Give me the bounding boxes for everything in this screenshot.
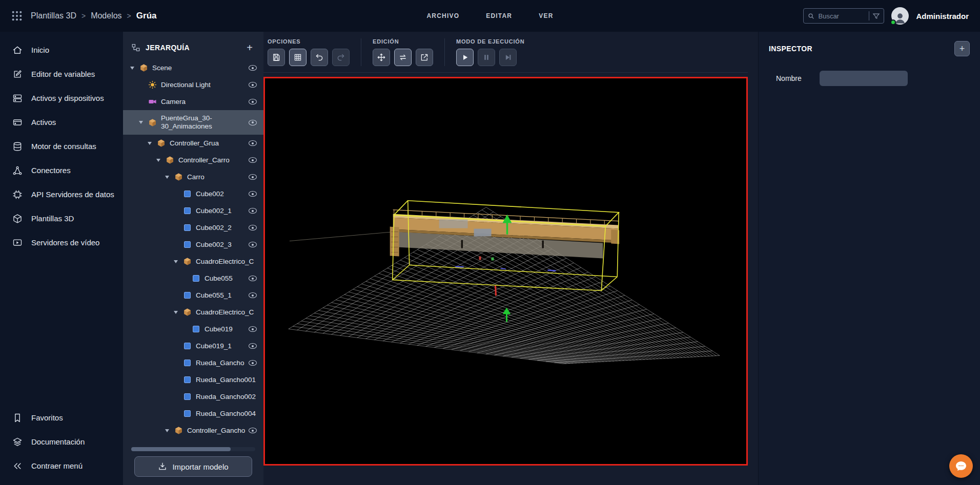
breadcrumb-modelos[interactable]: Modelos bbox=[91, 11, 121, 20]
collapse-icon bbox=[12, 461, 23, 471]
eye-icon[interactable] bbox=[248, 275, 257, 283]
tree-node[interactable]: Rueda_Gancho bbox=[123, 354, 263, 371]
swap-arrows-icon bbox=[398, 53, 407, 62]
sidebar-item-api-servidores-de-datos[interactable]: API Servidores de datos bbox=[0, 182, 123, 206]
search-icon bbox=[807, 12, 815, 20]
search-input[interactable] bbox=[818, 12, 866, 20]
eye-icon[interactable] bbox=[248, 190, 257, 198]
eye-icon[interactable] bbox=[248, 342, 257, 350]
eye-icon[interactable] bbox=[248, 359, 257, 367]
grid-icon bbox=[293, 53, 302, 62]
mesh-icon bbox=[184, 410, 191, 417]
eye-icon[interactable] bbox=[248, 173, 257, 181]
caret-down-icon[interactable] bbox=[148, 142, 156, 145]
caret-down-icon[interactable] bbox=[174, 311, 182, 314]
viewport-3d[interactable] bbox=[263, 77, 748, 466]
pause-button[interactable] bbox=[478, 49, 495, 66]
step-forward-button[interactable] bbox=[499, 49, 517, 66]
grid-toggle-button[interactable] bbox=[289, 49, 307, 66]
undo-button[interactable] bbox=[311, 49, 328, 66]
save-button[interactable] bbox=[268, 49, 285, 66]
tree-node[interactable]: Cube019_1 bbox=[123, 338, 263, 354]
eye-icon[interactable] bbox=[248, 241, 257, 249]
apps-grid-icon[interactable] bbox=[11, 10, 23, 22]
sidebar-item-plantillas-3d[interactable]: Plantillas 3D bbox=[0, 206, 123, 230]
breadcrumb-plantillas-3d[interactable]: Plantillas 3D bbox=[31, 11, 76, 20]
caret-down-icon[interactable] bbox=[165, 429, 173, 432]
tree-node[interactable]: Controller_Gancho bbox=[123, 422, 263, 439]
rotate-tool-button[interactable] bbox=[394, 49, 412, 66]
nombre-input[interactable] bbox=[820, 71, 908, 86]
eye-icon[interactable] bbox=[248, 224, 257, 232]
tree-node[interactable]: Camera bbox=[123, 93, 263, 110]
tree-node[interactable]: Rueda_Gancho002 bbox=[123, 388, 263, 405]
eye-icon[interactable] bbox=[248, 325, 257, 333]
tree-node[interactable]: Rueda_Gancho001 bbox=[123, 371, 263, 388]
sidebar-item-editor-de-variables[interactable]: Editor de variables bbox=[0, 62, 123, 86]
eye-icon[interactable] bbox=[248, 118, 257, 126]
caret-down-icon[interactable] bbox=[174, 260, 182, 263]
toolbar-group-opciones: OPCIONES bbox=[268, 38, 361, 66]
eye-icon[interactable] bbox=[248, 427, 257, 435]
tree-node[interactable]: Cube002_1 bbox=[123, 202, 263, 219]
tree-node[interactable]: Controller_Grua bbox=[123, 135, 263, 152]
eye-icon[interactable] bbox=[248, 291, 257, 300]
sidebar-item-motor-de-consultas[interactable]: Motor de consultas bbox=[0, 134, 123, 158]
eye-icon[interactable] bbox=[248, 64, 257, 72]
tree-node[interactable]: Rueda_Gancho004 bbox=[123, 405, 263, 422]
eye-icon[interactable] bbox=[248, 139, 257, 147]
tree-node[interactable]: Controller_Carro bbox=[123, 152, 263, 168]
avatar[interactable] bbox=[891, 7, 909, 25]
menu-archivo[interactable]: ARCHIVO bbox=[426, 12, 459, 19]
mesh-icon bbox=[193, 275, 199, 282]
search-box[interactable] bbox=[803, 8, 884, 24]
sidebar-item-activos-y-dispositivos[interactable]: Activos y dispositivos bbox=[0, 86, 123, 110]
tree-node[interactable]: Directional Light bbox=[123, 76, 263, 93]
tree-node[interactable]: Cube055 bbox=[123, 270, 263, 287]
eye-icon[interactable] bbox=[248, 156, 257, 164]
tree-node-selected[interactable]: PuenteGrua_30-30_Animaciones bbox=[123, 110, 263, 135]
filter-funnel-icon[interactable] bbox=[872, 12, 880, 20]
nombre-label: Nombre bbox=[776, 74, 806, 82]
sidebar-item-activos[interactable]: Activos bbox=[0, 110, 123, 134]
tree-node[interactable]: Carro bbox=[123, 168, 263, 185]
eye-icon[interactable] bbox=[248, 98, 257, 106]
edit-icon bbox=[12, 69, 23, 79]
sidebar-item-label: Contraer menú bbox=[31, 461, 83, 470]
tree-node[interactable]: Cube055_1 bbox=[123, 287, 263, 304]
cube-icon bbox=[139, 64, 148, 72]
sidebar-item-inicio[interactable]: Inicio bbox=[0, 38, 123, 62]
sidebar-item-label: Activos y dispositivos bbox=[31, 94, 104, 102]
sidebar-item-favoritos[interactable]: Favoritos bbox=[0, 406, 123, 430]
tree-node[interactable]: CuadroElectrico_C bbox=[123, 304, 263, 321]
caret-down-icon[interactable] bbox=[130, 67, 138, 70]
sidebar-item-conectores[interactable]: Conectores bbox=[0, 158, 123, 182]
export-button[interactable] bbox=[416, 49, 433, 66]
tree-node[interactable]: Cube002_3 bbox=[123, 236, 263, 253]
eye-icon[interactable] bbox=[248, 207, 257, 215]
add-node-button[interactable] bbox=[244, 43, 255, 53]
chat-bubble-icon bbox=[955, 460, 967, 472]
play-button[interactable] bbox=[456, 49, 474, 66]
tree-node[interactable]: Cube002_2 bbox=[123, 219, 263, 236]
scrollbar-thumb[interactable] bbox=[131, 447, 231, 451]
eye-icon[interactable] bbox=[248, 81, 257, 89]
redo-button[interactable] bbox=[332, 49, 350, 66]
caret-down-icon[interactable] bbox=[156, 159, 165, 162]
caret-down-icon[interactable] bbox=[165, 176, 173, 179]
menu-ver[interactable]: VER bbox=[539, 12, 553, 19]
menu-editar[interactable]: EDITAR bbox=[486, 12, 512, 19]
tree-node[interactable]: Scene bbox=[123, 59, 263, 76]
sidebar-item-servidores-de-video[interactable]: Servidores de vídeo bbox=[0, 230, 123, 255]
tree-node[interactable]: Cube019 bbox=[123, 321, 263, 338]
move-tool-button[interactable] bbox=[373, 49, 390, 66]
horizontal-scrollbar[interactable] bbox=[131, 447, 255, 451]
import-model-button[interactable]: Importar modelo bbox=[134, 456, 252, 477]
caret-down-icon[interactable] bbox=[139, 121, 147, 124]
add-component-button[interactable] bbox=[954, 41, 970, 56]
tree-node[interactable]: CuadroElectrico_C bbox=[123, 253, 263, 270]
tree-node[interactable]: Cube002 bbox=[123, 185, 263, 202]
sidebar-item-contraer-menu[interactable]: Contraer menú bbox=[0, 454, 123, 478]
chat-button[interactable] bbox=[949, 454, 973, 478]
sidebar-item-documentacion[interactable]: Documentación bbox=[0, 430, 123, 454]
